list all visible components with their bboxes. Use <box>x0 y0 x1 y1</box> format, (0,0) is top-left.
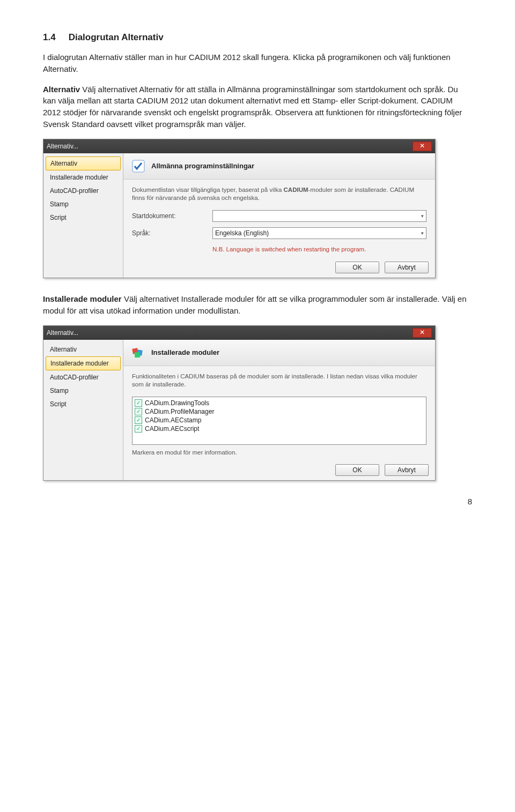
nav-item-installerade-moduler[interactable]: Installerade moduler <box>46 171 121 184</box>
chevron-down-icon: ▾ <box>421 213 424 219</box>
alternativ-label: Alternativ <box>43 85 80 94</box>
nav-item-script[interactable]: Script <box>46 211 121 224</box>
module-item[interactable]: ✓CADium.AECstamp <box>135 416 424 424</box>
section-title: Dialogrutan Alternativ <box>69 32 164 42</box>
nav-item-stamp[interactable]: Stamp <box>46 198 121 211</box>
close-icon[interactable]: ✕ <box>413 141 432 151</box>
module-label: CADium.AECstamp <box>145 416 201 424</box>
module-label: CADium.ProfileManager <box>145 408 214 415</box>
checkbox-icon: ✓ <box>135 408 142 415</box>
module-hint: Markera en modul för mer information. <box>132 449 426 456</box>
svg-rect-3 <box>135 352 141 358</box>
alternativ-paragraph: Alternativ Välj alternativet Alternativ … <box>43 84 472 130</box>
titlebar: Alternativ... ✕ <box>43 326 435 340</box>
language-warning: N.B. Language is switched when restartin… <box>132 245 426 254</box>
dialog-title: Alternativ... <box>47 143 78 150</box>
dialog-alternativ: Alternativ... ✕ Alternativ Installerade … <box>43 139 436 279</box>
dialog-header: Allmänna programinställningar <box>123 153 435 180</box>
row-sprak: Språk: Engelska (English) ▾ <box>132 227 426 239</box>
chevron-down-icon: ▾ <box>421 230 424 236</box>
dialog-nav: Alternativ Installerade moduler AutoCAD-… <box>43 153 123 278</box>
nav-item-stamp[interactable]: Stamp <box>46 384 121 397</box>
checkbox-icon: ✓ <box>135 399 142 407</box>
desc-part-a: Dokumentlistan visar tillgängliga typer,… <box>132 187 284 193</box>
row-startdokument: Startdokument: ▾ <box>132 210 426 222</box>
dialog-header-title: Allmänna programinställningar <box>151 162 254 170</box>
nav-item-autocad-profiler[interactable]: AutoCAD-profiler <box>46 184 121 197</box>
dialog-main: Allmänna programinställningar Dokumentli… <box>123 153 435 278</box>
section-heading: 1.4Dialogrutan Alternativ <box>43 32 472 43</box>
dialog-title: Alternativ... <box>47 329 78 337</box>
dropdown-sprak-value: Engelska (English) <box>215 229 269 237</box>
dialog-description: Funktionaliteten i CADIUM baseras på de … <box>132 373 426 389</box>
label-sprak: Språk: <box>132 229 212 237</box>
label-startdokument: Startdokument: <box>132 212 212 220</box>
module-item[interactable]: ✓CADium.ProfileManager <box>135 407 424 416</box>
checkbox-icon: ✓ <box>135 425 142 433</box>
nav-item-installerade-moduler[interactable]: Installerade moduler <box>46 356 121 370</box>
dialog-main: Installerade moduler Funktionaliteten i … <box>123 340 435 480</box>
dialog-nav: Alternativ Installerade moduler AutoCAD-… <box>43 340 123 480</box>
intro-paragraph: I dialogrutan Alternativ ställer man in … <box>43 51 472 75</box>
cancel-button[interactable]: Avbryt <box>385 464 429 476</box>
dialog-header: Installerade moduler <box>123 340 435 366</box>
nav-item-autocad-profiler[interactable]: AutoCAD-profiler <box>46 371 121 384</box>
dropdown-startdokument[interactable]: ▾ <box>212 210 426 222</box>
module-label: CADium.DrawingTools <box>145 399 209 407</box>
installerade-label: Installerade moduler <box>43 294 122 303</box>
checkbox-icon: ✓ <box>135 416 142 424</box>
cancel-button[interactable]: Avbryt <box>385 262 429 273</box>
dialog-description: Dokumentlistan visar tillgängliga typer,… <box>132 186 426 203</box>
ok-button[interactable]: OK <box>335 262 379 273</box>
dialog-header-title: Installerade moduler <box>151 348 219 356</box>
alternativ-text: Välj alternativet Alternativ för att stä… <box>43 85 462 129</box>
close-icon[interactable]: ✕ <box>413 328 432 338</box>
page-number: 8 <box>43 497 472 506</box>
ok-button[interactable]: OK <box>335 464 379 476</box>
section-number: 1.4 <box>43 32 56 42</box>
nav-item-script[interactable]: Script <box>46 398 121 411</box>
dropdown-sprak[interactable]: Engelska (English) ▾ <box>212 227 426 239</box>
nav-item-alternativ[interactable]: Alternativ <box>46 157 121 170</box>
nav-item-alternativ[interactable]: Alternativ <box>46 343 121 356</box>
modules-listbox[interactable]: ✓CADium.DrawingTools ✓CADium.ProfileMana… <box>132 397 426 445</box>
titlebar: Alternativ... ✕ <box>43 139 435 153</box>
module-item[interactable]: ✓CADium.DrawingTools <box>135 399 424 407</box>
dialog-installerade-moduler: Alternativ... ✕ Alternativ Installerade … <box>43 325 436 481</box>
modules-icon <box>131 345 146 360</box>
module-item[interactable]: ✓CADium.AECscript <box>135 424 424 433</box>
installerade-paragraph: Installerade moduler Välj alternativet I… <box>43 293 472 317</box>
check-icon <box>131 159 146 174</box>
module-label: CADium.AECscript <box>145 425 199 433</box>
desc-part-b: CADIUM <box>284 187 308 193</box>
